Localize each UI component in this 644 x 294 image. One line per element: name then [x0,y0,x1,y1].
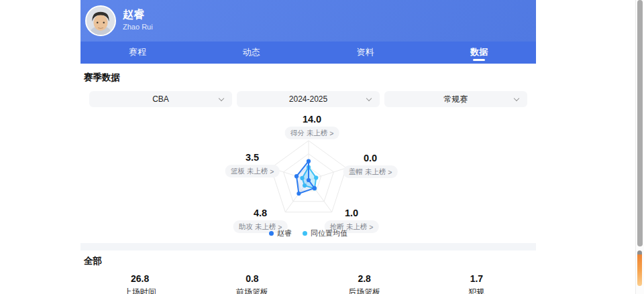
nav-tab-bar: 赛程 动态 资料 数据 [80,42,536,64]
stat-defensive-rebounds: 2.8 后场篮板 [309,273,421,294]
active-tab-indicator [473,59,485,62]
season-dropdown[interactable]: 2024-2025 [237,91,380,107]
stat-label: 犯规 [421,287,533,294]
player-data-page: 赵睿 Zhao Rui 赛程 动态 资料 数据 赛季数据 CBA [0,0,644,294]
tab-news-label: 动态 [243,47,260,57]
chart-legend: 赵睿 同位置均值 [80,228,536,238]
stage-dropdown[interactable]: 常规赛 [384,91,527,107]
league-dropdown-value: CBA [152,94,169,104]
stat-value: 2.8 [309,273,421,284]
tab-profile-label: 资料 [356,47,374,57]
stat-label: 上场时间 [84,287,196,294]
stat-value: 0.8 [196,273,308,284]
season-dropdown-value: 2024-2025 [289,94,327,104]
section-divider [80,243,536,250]
stat-playing-time: 26.8 上场时间 [84,273,196,294]
tab-news[interactable]: 动态 [195,42,309,64]
filter-row: CBA 2024-2025 常规赛 [80,91,536,107]
blocks-rank-status: 未上榜 [365,167,386,177]
rebounds-label: 篮板 [231,167,245,176]
average-series-dot-icon [303,231,307,236]
arrow-right-icon: > [388,168,392,176]
steals-value: 1.0 [325,208,379,218]
rebounds-rank-badge[interactable]: 篮板 未上榜 > [225,165,280,177]
axis-points: 14.0 得分 未上榜 > [285,114,339,139]
chevron-down-icon [366,96,372,101]
radar-chart-area: 14.0 得分 未上榜 > 0.0 盖帽 未上榜 > 1.0 抢断 [80,107,536,243]
player-name-en: Zhao Rui [123,23,153,31]
blocks-rank-badge[interactable]: 盖帽 未上榜 > [343,165,398,178]
profile-header: 赵睿 Zhao Rui [80,0,536,42]
chevron-down-icon [514,96,519,101]
scrollbar-track[interactable] [635,0,644,294]
arrow-right-icon: > [270,167,274,175]
axis-rebounds: 3.5 篮板 未上榜 > [225,152,280,177]
arrow-right-icon: > [329,129,333,137]
points-value: 14.0 [285,114,339,125]
stat-label: 前场篮板 [196,287,308,294]
content-column: 赵睿 Zhao Rui 赛程 动态 资料 数据 赛季数据 CBA [80,0,536,294]
tab-schedule-label: 赛程 [129,47,146,57]
legend-item-average[interactable]: 同位置均值 [303,228,347,238]
tab-schedule[interactable]: 赛程 [80,42,195,64]
legend-player-label: 赵睿 [277,228,292,238]
stats-row: 26.8 上场时间 0.8 前场篮板 2.8 后场篮板 1.7 犯规 [84,273,533,294]
assists-value: 4.8 [233,208,288,218]
season-data-title: 赛季数据 [84,72,533,84]
chevron-down-icon [219,96,224,101]
league-dropdown[interactable]: CBA [89,91,232,107]
stat-offensive-rebounds: 0.8 前场篮板 [196,273,308,294]
stat-fouls: 1.7 犯规 [421,273,533,294]
tab-data[interactable]: 数据 [422,42,536,64]
all-stats-title: 全部 [84,255,533,267]
stage-dropdown-value: 常规赛 [444,94,468,104]
tab-profile[interactable]: 资料 [309,42,423,64]
rebounds-value: 3.5 [225,152,280,163]
stat-value: 1.7 [421,273,533,284]
blocks-label: 盖帽 [349,167,363,177]
player-avatar [85,5,116,36]
stat-value: 26.8 [84,273,196,284]
points-rank-badge[interactable]: 得分 未上榜 > [285,127,339,139]
legend-item-player[interactable]: 赵睿 [269,228,292,238]
points-rank-status: 未上榜 [307,129,328,138]
axis-blocks: 0.0 盖帽 未上榜 > [343,153,398,178]
rebounds-rank-status: 未上榜 [247,167,268,176]
avatar-face-icon [87,7,115,35]
points-label: 得分 [290,129,305,138]
player-name: 赵睿 [123,8,144,22]
all-stats-section: 全部 26.8 上场时间 0.8 前场篮板 2.8 后场篮板 1.7 犯规 [80,250,536,294]
tab-data-label: 数据 [470,47,488,57]
stat-label: 后场篮板 [309,287,421,294]
scrollbar-thumb[interactable] [637,0,643,246]
scroll-marker-orange[interactable] [637,250,642,286]
blocks-value: 0.0 [343,153,398,163]
legend-average-label: 同位置均值 [311,228,347,238]
player-series-dot-icon [269,231,274,236]
